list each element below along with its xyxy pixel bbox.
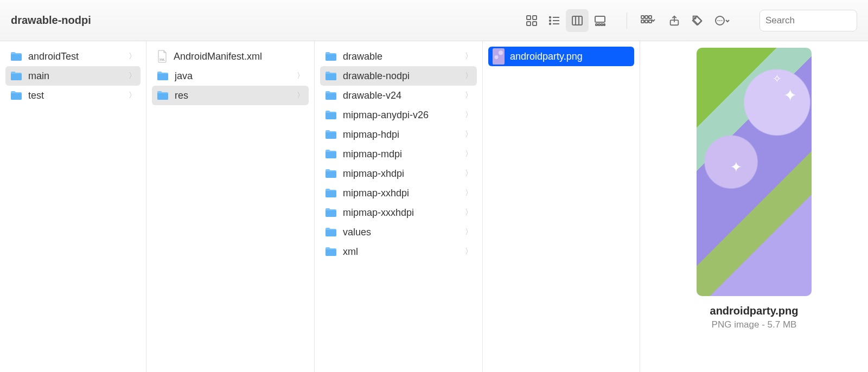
chevron-right-icon: 〉 xyxy=(465,71,473,81)
svg-rect-17 xyxy=(604,24,605,25)
folder-icon xyxy=(324,70,337,81)
folder-icon xyxy=(324,51,337,62)
folder-row[interactable]: mipmap-xhdpi〉 xyxy=(320,164,477,183)
svg-point-34 xyxy=(499,50,503,55)
folder-icon xyxy=(10,70,23,81)
folder-row[interactable]: res〉 xyxy=(152,86,309,105)
row-label: mipmap-xhdpi xyxy=(343,168,459,179)
chevron-right-icon: 〉 xyxy=(465,188,473,198)
chevron-right-icon: 〉 xyxy=(465,110,473,120)
svg-rect-22 xyxy=(645,20,648,23)
view-mode-group xyxy=(520,9,611,32)
file-row[interactable]: androidparty.png xyxy=(488,47,634,66)
svg-point-29 xyxy=(722,20,723,21)
row-label: drawable-nodpi xyxy=(343,70,459,82)
tags-button[interactable] xyxy=(686,9,709,32)
row-label: drawable xyxy=(343,51,459,62)
svg-rect-33 xyxy=(493,48,505,65)
svg-rect-0 xyxy=(527,16,531,20)
svg-rect-10 xyxy=(572,16,582,25)
chevron-right-icon: 〉 xyxy=(129,91,136,100)
chevron-right-icon: 〉 xyxy=(465,130,473,139)
folder-row[interactable]: mipmap-hdpi〉 xyxy=(320,125,477,144)
row-label: androidparty.png xyxy=(510,51,630,62)
row-label: AndroidManifest.xml xyxy=(174,51,304,62)
chevron-right-icon: 〉 xyxy=(465,169,473,178)
row-label: java xyxy=(175,70,291,82)
column-4[interactable]: androidparty.png xyxy=(483,41,640,372)
svg-point-27 xyxy=(718,20,719,21)
folder-row[interactable]: androidTest〉 xyxy=(5,47,141,66)
chevron-right-icon: 〉 xyxy=(465,208,473,217)
folder-icon xyxy=(156,70,169,81)
folder-row[interactable]: values〉 xyxy=(320,222,477,242)
list-view-button[interactable] xyxy=(543,9,566,32)
row-label: mipmap-xxxhdpi xyxy=(343,207,459,219)
search-field[interactable] xyxy=(760,10,857,31)
folder-row[interactable]: mipmap-xxxhdpi〉 xyxy=(320,203,477,222)
svg-rect-23 xyxy=(649,20,652,23)
row-label: drawable-v24 xyxy=(343,90,459,101)
folder-icon xyxy=(324,168,337,179)
svg-point-28 xyxy=(719,20,720,21)
column-1[interactable]: androidTest〉main〉test〉 xyxy=(0,41,146,372)
chevron-right-icon: 〉 xyxy=(465,149,473,159)
svg-point-4 xyxy=(550,16,551,17)
folder-row[interactable]: mipmap-anydpi-v26〉 xyxy=(320,105,477,125)
folder-row[interactable]: java〉 xyxy=(152,66,309,86)
folder-icon xyxy=(324,207,337,218)
row-label: androidTest xyxy=(28,51,123,62)
folder-row[interactable]: drawable-v24〉 xyxy=(320,86,477,105)
svg-point-6 xyxy=(550,23,551,24)
folder-icon xyxy=(324,110,337,120)
row-label: xml xyxy=(343,246,459,258)
svg-rect-19 xyxy=(645,16,648,18)
svg-rect-14 xyxy=(596,24,597,25)
folder-icon xyxy=(324,246,337,257)
row-label: test xyxy=(28,90,123,101)
svg-rect-20 xyxy=(649,16,652,18)
folder-icon xyxy=(156,90,169,101)
chevron-right-icon: 〉 xyxy=(465,91,473,100)
chevron-right-icon: 〉 xyxy=(465,227,473,237)
column-view-button[interactable] xyxy=(566,9,589,32)
folder-row[interactable]: main〉 xyxy=(5,66,141,86)
group-by-button[interactable] xyxy=(634,9,663,32)
svg-rect-3 xyxy=(533,22,537,25)
share-button[interactable] xyxy=(663,9,686,32)
row-label: mipmap-mdpi xyxy=(343,149,459,160)
row-label: res xyxy=(175,90,291,101)
svg-rect-15 xyxy=(598,24,600,25)
folder-row[interactable]: mipmap-xxhdpi〉 xyxy=(320,183,477,203)
column-3[interactable]: drawable〉drawable-nodpi〉drawable-v24〉mip… xyxy=(315,41,483,372)
preview-thumbnail[interactable]: ✦ ✦ ✧ xyxy=(697,48,812,296)
preview-filename: androidparty.png xyxy=(710,305,799,317)
preview-pane: ✦ ✦ ✧ androidparty.png PNG image - 5.7 M… xyxy=(640,41,868,372)
row-label: values xyxy=(343,227,459,238)
folder-row[interactable]: drawable〉 xyxy=(320,47,477,66)
svg-rect-18 xyxy=(641,16,644,18)
folder-icon xyxy=(324,149,337,159)
svg-rect-21 xyxy=(641,20,644,23)
folder-row[interactable]: mipmap-mdpi〉 xyxy=(320,144,477,164)
search-input[interactable] xyxy=(765,15,868,26)
folder-icon xyxy=(10,51,23,62)
gallery-view-button[interactable] xyxy=(589,9,611,32)
chevron-right-icon: 〉 xyxy=(297,71,304,81)
icon-view-button[interactable] xyxy=(520,9,543,32)
row-label: main xyxy=(28,70,123,82)
folder-icon xyxy=(324,129,337,140)
file-row[interactable]: XMLAndroidManifest.xml xyxy=(152,47,309,66)
row-label: mipmap-xxhdpi xyxy=(343,188,459,199)
column-2[interactable]: XMLAndroidManifest.xmljava〉res〉 xyxy=(146,41,315,372)
actions-button[interactable] xyxy=(709,9,738,32)
folder-icon xyxy=(324,227,337,238)
svg-point-5 xyxy=(550,20,551,21)
folder-icon xyxy=(324,188,337,198)
folder-row[interactable]: drawable-nodpi〉 xyxy=(320,66,477,86)
row-label: mipmap-hdpi xyxy=(343,129,459,140)
folder-row[interactable]: xml〉 xyxy=(320,242,477,261)
chevron-right-icon: 〉 xyxy=(297,91,304,100)
folder-icon xyxy=(324,90,337,101)
folder-row[interactable]: test〉 xyxy=(5,86,141,105)
